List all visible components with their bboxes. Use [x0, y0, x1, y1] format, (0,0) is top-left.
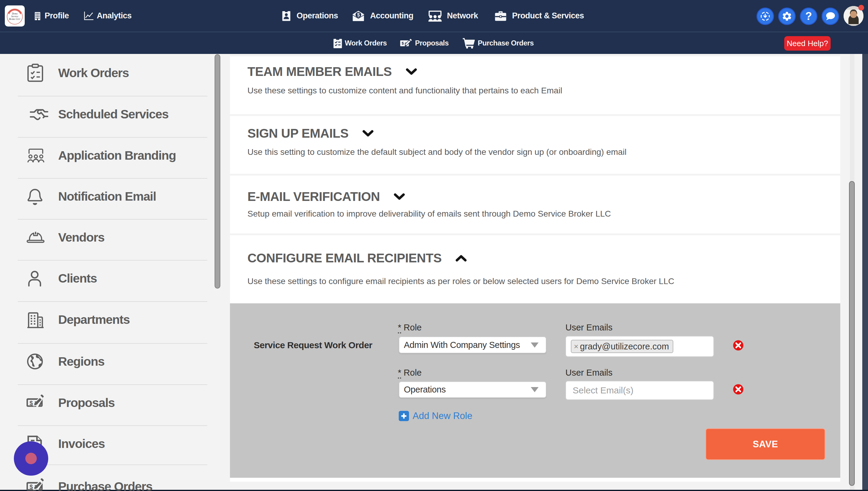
svg-text:$: $: [402, 41, 404, 46]
svg-text:$: $: [30, 484, 33, 490]
svg-text:$: $: [357, 12, 360, 17]
svg-text:Broker LLC: Broker LLC: [9, 18, 21, 21]
svg-text:$: $: [30, 400, 33, 406]
svg-text:Service: Service: [11, 15, 18, 18]
svg-text:Demo: Demo: [11, 12, 18, 15]
